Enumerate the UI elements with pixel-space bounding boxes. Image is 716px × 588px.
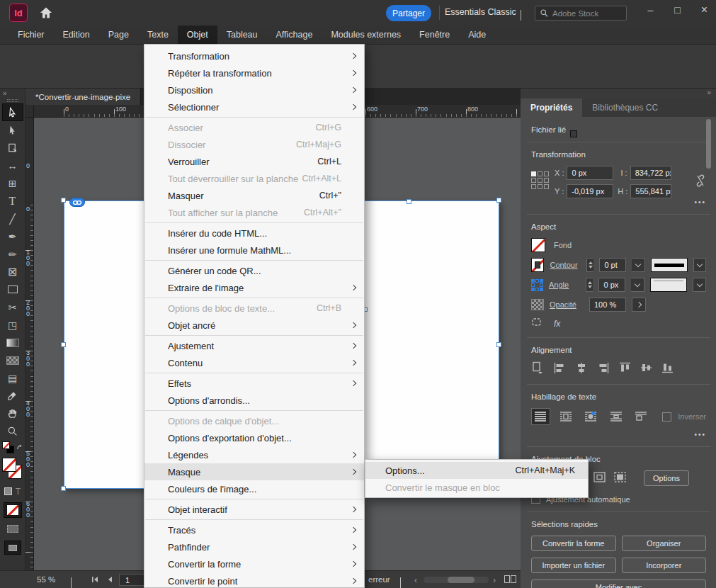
menu-item-inserer-html[interactable]: Insérer du code HTML... [144, 225, 364, 242]
align-vcenter-icon[interactable] [640, 361, 652, 376]
stroke-weight-stepper[interactable] [586, 258, 593, 272]
opacity-field[interactable]: 100 % [589, 298, 626, 312]
hand-tool[interactable] [2, 405, 23, 422]
pen-tool[interactable]: ✒ [2, 227, 23, 245]
wrap-none-icon[interactable] [531, 408, 550, 425]
selection-handle-middle-left[interactable] [61, 342, 66, 347]
zoom-tool[interactable] [2, 422, 23, 440]
corner-stepper[interactable] [586, 278, 593, 292]
selection-handle-middle-right[interactable] [496, 342, 501, 347]
menu-item-traces[interactable]: Tracés [144, 521, 364, 538]
stroke-weight-dropdown[interactable] [632, 258, 644, 272]
share-button[interactable]: Partager [386, 5, 431, 21]
menu-item-selectionner[interactable]: Sélectionner [144, 98, 364, 115]
corner-dialog-icon[interactable] [531, 317, 542, 329]
workspace-switcher-label[interactable]: Essentials Classic [445, 7, 516, 17]
tab-bibliotheques-cc[interactable]: Bibliothèques CC [582, 98, 668, 117]
ruler-corner[interactable] [25, 105, 34, 118]
home-icon[interactable] [39, 6, 53, 22]
menu-item-objet-ancre[interactable]: Objet ancré [144, 317, 364, 334]
close-button[interactable]: × [691, 0, 716, 20]
content-collector-tool[interactable]: ⊞ [2, 174, 23, 192]
menu-item-couleurs-image[interactable]: Couleurs de l'image... [144, 480, 364, 497]
collapse-panel-icon[interactable]: » [0, 89, 6, 97]
eyedropper-tool[interactable] [2, 387, 23, 405]
menu-aide[interactable]: Aide [459, 26, 495, 44]
constrain-proportions-icon[interactable] [695, 174, 706, 189]
selection-handle-top-right[interactable] [496, 198, 501, 203]
preflight-status[interactable]: erreur [368, 575, 390, 584]
stroke-swatch[interactable] [531, 258, 544, 272]
selection-handle-top-left[interactable] [61, 198, 66, 203]
menu-fenetre[interactable]: Fenêtre [410, 26, 459, 44]
panel-collapse-strip[interactable]: » [521, 89, 716, 98]
first-page-icon[interactable] [91, 576, 99, 584]
menu-item-pathfinder[interactable]: Pathfinder [144, 538, 364, 555]
menu-edition[interactable]: Edition [54, 26, 99, 44]
gap-tool[interactable]: ↔ [2, 157, 23, 174]
corner-stepper-dropdown[interactable] [631, 278, 644, 292]
corner-field[interactable]: 0 px [598, 278, 625, 292]
stroke-style-dropdown[interactable] [693, 258, 706, 272]
formatting-affects-toggle[interactable]: T [2, 482, 23, 500]
corner-link[interactable]: Angle [549, 281, 580, 289]
menu-item-contenu[interactable]: Contenu [144, 354, 364, 371]
previous-page-icon[interactable] [106, 576, 113, 584]
menu-fichier[interactable]: Fichier [8, 26, 54, 44]
menu-item-options-exportation-objet[interactable]: Options d'exportation d'objet... [144, 429, 364, 446]
rectangle-tool[interactable] [2, 281, 23, 298]
menu-item-inserer-mathml[interactable]: Insérer une formule MathML... [144, 242, 364, 259]
preflight-dropdown-icon[interactable] [400, 577, 401, 587]
align-right-icon[interactable] [597, 362, 610, 376]
convert-shape-button[interactable]: Convertir la forme [531, 536, 616, 551]
menu-item-masquer[interactable]: MasquerCtrl+" [144, 187, 364, 204]
align-to-dropdown-icon[interactable] [531, 361, 544, 376]
align-left-icon[interactable] [553, 362, 566, 376]
invert-checkbox[interactable] [662, 412, 671, 422]
menu-item-generer-qr[interactable]: Générer un code QR... [144, 262, 364, 279]
menu-objet[interactable]: Objet [178, 26, 217, 44]
opacity-flyout[interactable] [632, 298, 646, 312]
embed-button[interactable]: Incorporer [622, 558, 707, 573]
menu-item-repeter-la-transformation[interactable]: Répéter la transformation [144, 64, 364, 81]
wrap-more-options[interactable]: ••• [531, 431, 706, 439]
fitting-options-button[interactable]: Options [644, 470, 689, 486]
linked-file-badge[interactable] [69, 198, 85, 207]
menu-item-convertir-le-point[interactable]: Convertir le point [144, 572, 364, 588]
pencil-tool[interactable]: ✏ [2, 245, 23, 263]
selection-handle-bottom-left[interactable] [61, 486, 66, 491]
wrap-object-shape-icon[interactable] [581, 408, 600, 425]
menu-item-legendes[interactable]: Légendes [144, 446, 364, 463]
align-top-icon[interactable] [619, 361, 631, 376]
menu-item-disposition[interactable]: Disposition [144, 81, 364, 98]
maximize-button[interactable]: □ [664, 0, 691, 20]
scroll-left-icon[interactable]: ‹ [414, 575, 417, 585]
menu-item-extraire-image[interactable]: Extraire de l'image [144, 279, 364, 296]
default-swap-swatches[interactable] [2, 440, 23, 456]
frame-tool[interactable]: ⊠ [2, 263, 23, 281]
x-field[interactable]: 0 px [567, 166, 613, 180]
import-file-button[interactable]: Importer un fichier [531, 558, 616, 573]
chevron-down-icon[interactable] [521, 10, 521, 20]
minimize-button[interactable]: – [637, 0, 664, 20]
arrange-button[interactable]: Organiser [622, 536, 707, 551]
document-tab[interactable]: *Convertir-une-image-pixe [25, 89, 141, 105]
width-field[interactable]: 834,722 px [630, 166, 671, 180]
scissors-tool[interactable]: ✂ [2, 298, 23, 316]
fx-icon[interactable]: fx [554, 319, 560, 329]
direct-selection-tool[interactable] [2, 121, 23, 139]
gradient-swatch-tool[interactable] [2, 334, 23, 351]
opacity-link[interactable]: Opacité [550, 300, 584, 309]
tab-proprietes[interactable]: Propriétés [521, 98, 582, 117]
horizontal-scrollbar-thumb[interactable] [448, 577, 475, 583]
y-field[interactable]: -0,019 px [567, 184, 613, 198]
selection-handle-top-center[interactable] [407, 199, 411, 204]
menu-tableau[interactable]: Tableau [217, 26, 267, 44]
stroke-link[interactable]: Contour [550, 261, 581, 269]
menu-modules-externes[interactable]: Modules externes [322, 26, 410, 44]
gradient-feather-tool[interactable] [2, 351, 23, 369]
corner-shape-preview[interactable] [650, 278, 687, 292]
zoom-level[interactable]: 55 % [37, 575, 55, 584]
screen-mode-button[interactable] [2, 538, 23, 558]
align-bottom-icon[interactable] [661, 361, 674, 376]
